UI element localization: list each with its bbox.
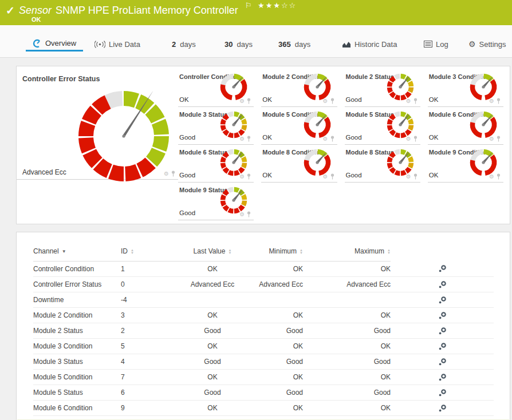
column-header-minimum[interactable]: Minimum▲▼ (247, 247, 303, 261)
table-row[interactable]: Controller Error Status 0 Advanced Ecc A… (33, 277, 494, 292)
main-gauge-panel[interactable]: Controller Error Status Advanced Ecc ⚙ (17, 69, 178, 180)
gear-icon[interactable]: ⚙ (406, 136, 411, 142)
channel-settings-icon[interactable] (438, 264, 447, 273)
cell-minimum (247, 292, 303, 308)
gauge-panel-controller-condition[interactable]: Controller Condition OK ⚙ (178, 69, 254, 107)
gauge-value: OK (262, 134, 272, 141)
channel-settings-icon[interactable] (438, 296, 447, 304)
cell-id: 2 (121, 323, 178, 339)
table-row[interactable]: Downtime -4 (33, 292, 494, 308)
priority-stars[interactable]: ★★★☆☆ (258, 1, 297, 10)
cell-minimum: OK (247, 401, 303, 416)
column-header-last-value[interactable]: Last Value▲▼ (178, 247, 247, 261)
table-row[interactable]: Module 3 Condition 5 OK OK OK (33, 339, 494, 354)
channels-table-card: Channel▼ID▲▼Last Value▲▼Minimum▲▼Maximum… (16, 232, 510, 420)
table-header-row: Channel▼ID▲▼Last Value▲▼Minimum▲▼Maximum… (33, 247, 494, 261)
pin-icon[interactable] (246, 136, 251, 142)
column-header-id[interactable]: ID▲▼ (121, 247, 178, 261)
tab-overview[interactable]: Overview (26, 41, 83, 51)
gauge-panel-module-9-status[interactable]: Module 9 Status Good ⚙ (178, 183, 254, 220)
cell-channel: Module 2 Condition (33, 308, 121, 323)
table-row[interactable]: Controller Condition 1 OK OK OK (33, 261, 494, 277)
pin-icon[interactable] (496, 98, 501, 104)
gauge-panel-module-9-condition[interactable]: Module 9 Condition OK ⚙ (428, 145, 503, 183)
table-row[interactable]: Module 5 Status 6 Good Good Good (33, 385, 494, 401)
pin-icon[interactable] (246, 211, 251, 217)
table-row[interactable]: Module 2 Condition 3 OK OK OK (33, 308, 494, 323)
sort-icon: ▲▼ (131, 249, 134, 255)
tab-days[interactable]: 30 days (218, 41, 259, 51)
cell-maximum: OK (303, 261, 391, 277)
channel-settings-icon[interactable] (438, 280, 447, 289)
gear-icon[interactable]: ⚙ (239, 212, 245, 217)
pin-icon[interactable] (330, 98, 335, 104)
cell-id: 9 (121, 401, 178, 416)
table-row[interactable]: Module 6 Condition 9 OK OK OK (33, 401, 494, 416)
gear-icon[interactable]: ⚙ (239, 174, 245, 180)
pin-icon[interactable] (413, 173, 418, 180)
tab-settings[interactable]: ⚙ Settings (462, 41, 512, 51)
channel-settings-icon[interactable] (438, 358, 447, 366)
gauge-panel-module-2-status[interactable]: Module 2 Status Good ⚙ (345, 69, 420, 107)
table-row[interactable]: Module 3 Status 4 Good Good Good (33, 354, 494, 370)
pin-icon[interactable] (330, 173, 335, 180)
cell-channel: Controller Condition (33, 261, 121, 277)
pin-icon[interactable] (413, 98, 418, 104)
gear-icon[interactable]: ⚙ (406, 98, 411, 104)
gauge-value: Good (346, 134, 362, 141)
gear-icon[interactable]: ⚙ (489, 98, 494, 104)
gear-icon[interactable]: ⚙ (239, 98, 245, 104)
column-header-maximum[interactable]: Maximum▲▼ (303, 247, 391, 261)
tab-days[interactable]: 2 days (165, 41, 203, 51)
gauge-panel-module-5-status[interactable]: Module 5 Status Good ⚙ (345, 107, 420, 145)
gear-icon[interactable]: ⚙ (323, 174, 328, 180)
pin-icon[interactable] (171, 171, 176, 177)
channel-settings-icon[interactable] (438, 389, 447, 397)
gauge-panel-module-5-condition[interactable]: Module 5 Condition OK ⚙ (261, 107, 337, 145)
cell-last-value: Good (178, 385, 247, 401)
gear-icon[interactable]: ⚙ (323, 98, 328, 104)
tab-icon (94, 41, 105, 48)
pin-icon[interactable] (413, 136, 418, 142)
column-header-channel[interactable]: Channel▼ (33, 247, 121, 261)
gauge-panel-module-8-status[interactable]: Module 8 Status Good ⚙ (345, 145, 420, 183)
cell-last-value (178, 292, 247, 308)
gear-icon[interactable]: ⚙ (323, 136, 328, 142)
channel-settings-icon[interactable] (438, 373, 447, 382)
gauge-panel-module-3-condition[interactable]: Module 3 Condition OK ⚙ (428, 69, 503, 107)
tab-historic-data[interactable]: Historic Data (335, 41, 404, 51)
tab-label: Live Data (109, 40, 140, 49)
cell-last-value: Good (178, 354, 247, 370)
gauge-panel-module-6-status[interactable]: Module 6 Status Good ⚙ (178, 145, 254, 183)
gauge-value: Good (346, 172, 362, 179)
gear-icon[interactable]: ⚙ (406, 174, 411, 180)
gear-icon[interactable]: ⚙ (489, 136, 494, 142)
table-row[interactable]: Module 2 Status 2 Good Good Good (33, 323, 494, 339)
pin-icon[interactable] (330, 136, 335, 142)
gear-icon[interactable]: ⚙ (239, 136, 245, 142)
sort-icon: ▲▼ (228, 249, 231, 255)
flag-icon[interactable]: ⚐ (245, 1, 252, 10)
tab-label: Historic Data (355, 40, 397, 49)
channel-settings-icon[interactable] (438, 311, 447, 320)
gauge-panel-module-2-condition[interactable]: Module 2 Condition OK ⚙ (261, 69, 337, 107)
cell-id: 1 (121, 261, 178, 277)
pin-icon[interactable] (496, 136, 501, 142)
gauge-panel-module-3-status[interactable]: Module 3 Status Good ⚙ (178, 107, 254, 145)
tab-live-data[interactable]: Live Data (88, 41, 147, 51)
channel-settings-icon[interactable] (438, 327, 447, 335)
gauge-panel-module-6-condition[interactable]: Module 6 Condition OK ⚙ (428, 107, 503, 145)
cell-id: 3 (121, 308, 178, 323)
pin-icon[interactable] (246, 173, 251, 180)
channel-settings-icon[interactable] (438, 404, 447, 413)
gauge-panel-module-8-condition[interactable]: Module 8 Condition OK ⚙ (261, 145, 337, 183)
pin-icon[interactable] (496, 173, 501, 180)
pin-icon[interactable] (246, 98, 251, 104)
cell-last-value: OK (178, 401, 247, 416)
channel-settings-icon[interactable] (438, 342, 447, 351)
tab-days[interactable]: 365 days (271, 41, 317, 51)
tab-log[interactable]: Log (417, 41, 455, 51)
gear-icon[interactable]: ⚙ (489, 174, 494, 180)
gear-icon[interactable]: ⚙ (164, 171, 169, 177)
table-row[interactable]: Module 5 Condition 7 OK OK OK (33, 370, 494, 385)
